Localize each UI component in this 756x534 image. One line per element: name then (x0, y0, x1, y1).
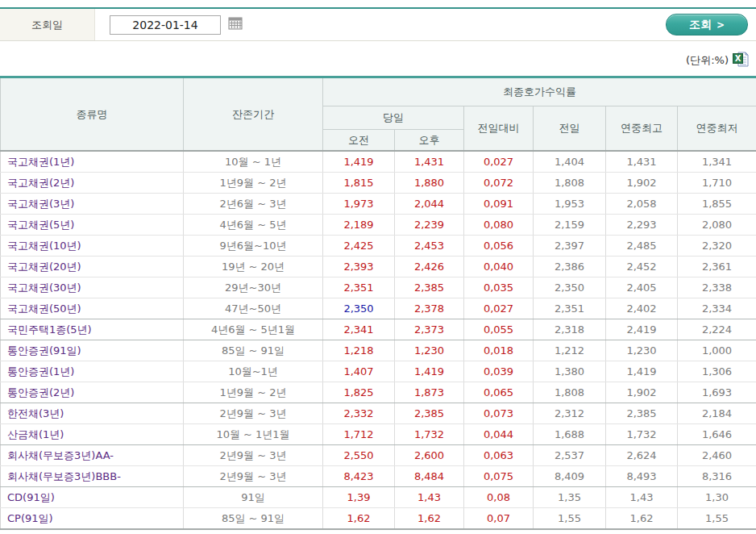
search-button[interactable]: 조회 > (666, 14, 748, 35)
col-header-today: 당일 (323, 106, 464, 130)
prev-cell: 1,55 (534, 508, 606, 530)
search-button-label: 조회 (689, 18, 712, 32)
table-row: 국고채권(1년)10월 ~ 1년1,4191,4310,0271,4041,43… (1, 151, 756, 173)
type-cell: 통안증권(2년) (1, 382, 184, 403)
period-cell: 2년6월 ~ 3년 (184, 194, 323, 215)
am-yield-cell: 1,825 (323, 382, 395, 403)
am-yield-cell: 1,62 (323, 508, 395, 530)
year-low-cell: 1,341 (678, 151, 756, 173)
year-low-cell: 2,361 (678, 257, 756, 277)
change-cell: 0,065 (464, 382, 534, 403)
period-cell: 9년6월~10년 (184, 236, 323, 257)
pm-yield-cell: 1,62 (395, 508, 464, 530)
table-row: 국고채권(20년)19년 ~ 20년2,3932,4260,0402,3862,… (1, 257, 756, 277)
am-yield-cell: 2,550 (323, 445, 395, 466)
type-cell: 회사채(무보증3년)BBB- (1, 466, 184, 487)
year-high-cell: 1,902 (606, 173, 678, 194)
change-cell: 0,027 (464, 151, 534, 173)
period-cell: 4년6월 ~ 5년1월 (184, 319, 323, 340)
type-cell: 국고채권(20년) (1, 257, 184, 277)
col-header-period: 잔존기간 (184, 77, 323, 152)
type-cell: 국고채권(30년) (1, 277, 184, 298)
pm-yield-cell: 2,453 (395, 236, 464, 257)
svg-text:X: X (735, 54, 741, 63)
year-low-cell: 2,320 (678, 236, 756, 257)
period-cell: 10월~1년 (184, 361, 323, 382)
year-low-cell: 1,306 (678, 361, 756, 382)
year-low-cell: 1,30 (678, 487, 756, 508)
prev-cell: 1,688 (534, 424, 606, 445)
year-high-cell: 1,43 (606, 487, 678, 508)
prev-cell: 2,159 (534, 215, 606, 236)
period-cell: 19년 ~ 20년 (184, 257, 323, 277)
year-high-cell: 2,405 (606, 277, 678, 298)
prev-cell: 1,808 (534, 173, 606, 194)
year-low-cell: 1,693 (678, 382, 756, 403)
type-cell: 통안증권(91일) (1, 340, 184, 361)
type-cell: 국고채권(50년) (1, 298, 184, 319)
prev-cell: 2,537 (534, 445, 606, 466)
change-cell: 0,027 (464, 298, 534, 319)
change-cell: 0,091 (464, 194, 534, 215)
chevron-right-icon: > (717, 19, 725, 31)
period-cell: 2년9월 ~ 3년 (184, 466, 323, 487)
change-cell: 0,08 (464, 487, 534, 508)
pm-yield-cell: 1,431 (395, 151, 464, 173)
col-header-type: 종류명 (1, 77, 184, 152)
am-yield-cell: 1,973 (323, 194, 395, 215)
period-cell: 85일 ~ 91일 (184, 340, 323, 361)
prev-cell: 1,953 (534, 194, 606, 215)
prev-cell: 1,380 (534, 361, 606, 382)
change-cell: 0,072 (464, 173, 534, 194)
year-low-cell: 1,646 (678, 424, 756, 445)
prev-cell: 1,808 (534, 382, 606, 403)
calendar-icon (228, 16, 243, 33)
table-row: 국고채권(10년)9년6월~10년2,4252,4530,0562,3972,4… (1, 236, 756, 257)
col-header-yield-group: 최종호가수익률 (323, 77, 756, 106)
am-yield-cell: 2,189 (323, 215, 395, 236)
year-high-cell: 8,493 (606, 466, 678, 487)
am-yield-cell: 1,712 (323, 424, 395, 445)
change-cell: 0,055 (464, 319, 534, 340)
period-cell: 91일 (184, 487, 323, 508)
excel-export-icon[interactable]: X (733, 50, 750, 71)
date-input[interactable] (110, 15, 221, 35)
year-low-cell: 2,338 (678, 277, 756, 298)
calendar-button[interactable] (227, 17, 243, 33)
pm-yield-cell: 2,385 (395, 277, 464, 298)
year-low-cell: 8,316 (678, 466, 756, 487)
am-yield-cell: 8,423 (323, 466, 395, 487)
prev-cell: 2,386 (534, 257, 606, 277)
table-row: 통안증권(91일)85일 ~ 91일1,2181,2300,0181,2121,… (1, 340, 756, 361)
period-cell: 29년~30년 (184, 277, 323, 298)
type-cell: 국고채권(5년) (1, 215, 184, 236)
col-header-year-low: 연중최저 (678, 106, 756, 152)
prev-cell: 2,351 (534, 298, 606, 319)
am-yield-cell: 2,351 (323, 277, 395, 298)
table-row: 통안증권(2년)1년9월 ~ 2년1,8251,8730,0651,8081,9… (1, 382, 756, 403)
change-cell: 0,080 (464, 215, 534, 236)
pm-yield-cell: 1,880 (395, 173, 464, 194)
pm-yield-cell: 1,230 (395, 340, 464, 361)
change-cell: 0,056 (464, 236, 534, 257)
table-row: 산금채(1년)10월 ~ 1년1월1,7121,7320,0441,6881,7… (1, 424, 756, 445)
change-cell: 0,039 (464, 361, 534, 382)
change-cell: 0,018 (464, 340, 534, 361)
table-row: 국고채권(5년)4년6월 ~ 5년2,1892,2390,0802,1592,2… (1, 215, 756, 236)
col-header-prev: 전일 (534, 106, 606, 152)
type-cell: 회사채(무보증3년)AA- (1, 445, 184, 466)
year-low-cell: 1,710 (678, 173, 756, 194)
table-row: 회사채(무보증3년)BBB-2년9월 ~ 3년8,4238,4840,0758,… (1, 466, 756, 487)
table-row: CP(91일)85일 ~ 91일1,621,620,071,551,621,55 (1, 508, 756, 530)
year-high-cell: 2,485 (606, 236, 678, 257)
prev-cell: 1,404 (534, 151, 606, 173)
type-cell: 산금채(1년) (1, 424, 184, 445)
change-cell: 0,035 (464, 277, 534, 298)
prev-cell: 2,312 (534, 403, 606, 424)
year-high-cell: 2,402 (606, 298, 678, 319)
year-low-cell: 1,855 (678, 194, 756, 215)
pm-yield-cell: 1,873 (395, 382, 464, 403)
year-high-cell: 2,385 (606, 403, 678, 424)
table-row: 통안증권(1년)10월~1년1,4071,4190,0391,3801,4191… (1, 361, 756, 382)
year-high-cell: 1,230 (606, 340, 678, 361)
